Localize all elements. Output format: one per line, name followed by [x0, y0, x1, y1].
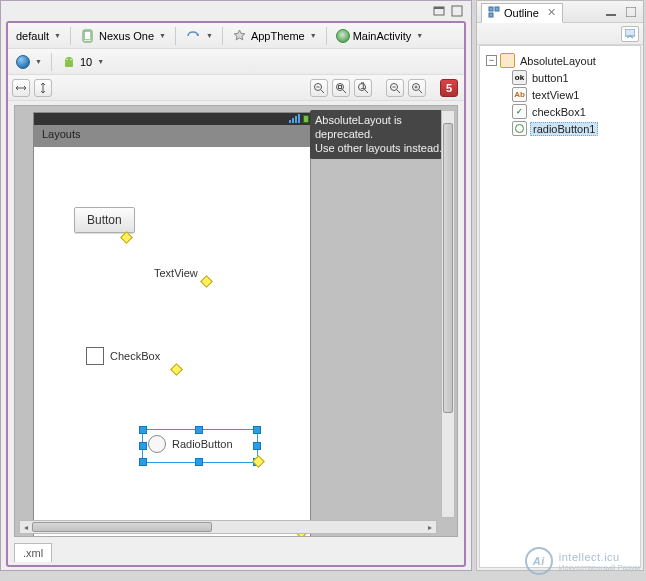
maximize-icon[interactable]: [449, 3, 465, 19]
svg-rect-20: [625, 29, 635, 36]
scroll-left-icon[interactable]: ◂: [20, 521, 32, 533]
activity-label: MainActivity: [353, 30, 412, 42]
info-overlay: AbsoluteLayout is deprecated. Use other …: [310, 110, 454, 159]
phone-icon: [80, 28, 96, 44]
config-toolbar: default ▼ Nexus One ▼ ▼: [8, 23, 464, 49]
globe-icon: [16, 55, 30, 69]
tree-label: button1: [530, 72, 571, 84]
tree-label: radioButton1: [530, 122, 598, 136]
chevron-down-icon: ▼: [35, 58, 42, 65]
android-icon: [61, 54, 77, 70]
error-count: 5: [446, 82, 452, 94]
chevron-down-icon: ▼: [54, 32, 61, 39]
radiobutton-widget[interactable]: RadioButton: [148, 435, 233, 453]
info-line1: AbsoluteLayout is deprecated.: [315, 114, 449, 142]
checkbox-icon: ✓: [512, 104, 527, 119]
scrollbar-thumb[interactable]: [32, 522, 212, 532]
config-label: default: [16, 30, 49, 42]
svg-rect-4: [85, 31, 91, 39]
collapse-icon[interactable]: −: [486, 55, 497, 66]
zoom-plus-button[interactable]: [408, 79, 426, 97]
button-widget-label: Button: [74, 207, 135, 233]
editor-border: default ▼ Nexus One ▼ ▼: [6, 21, 466, 567]
button-widget[interactable]: Button: [74, 207, 135, 233]
chevron-down-icon: ▼: [416, 32, 423, 39]
svg-rect-5: [65, 62, 73, 67]
api-combo[interactable]: 10 ▼: [57, 52, 108, 72]
outline-pane: Outline ✕ − AbsoluteLayout ok button1 Ab…: [476, 0, 644, 571]
zoom-minus-button[interactable]: [386, 79, 404, 97]
design-canvas[interactable]: Layouts Button TextView CheckBox: [14, 105, 458, 537]
locale-combo[interactable]: ▼: [12, 52, 46, 72]
star-icon: [232, 28, 248, 44]
svg-rect-17: [489, 13, 493, 17]
tree-node-textview1[interactable]: Ab textView1: [482, 86, 638, 103]
button-icon: ok: [512, 70, 527, 85]
activity-combo[interactable]: MainActivity ▼: [332, 26, 428, 46]
tree-node-root[interactable]: − AbsoluteLayout: [482, 52, 638, 69]
warning-icon[interactable]: [120, 231, 133, 244]
zoom-100-button[interactable]: 1: [354, 79, 372, 97]
svg-rect-15: [489, 7, 493, 11]
radiobutton-widget-label: RadioButton: [172, 438, 233, 450]
editor-footer-tabs: .xml: [14, 541, 52, 563]
orientation-combo[interactable]: ▼: [181, 26, 217, 46]
status-bar: [34, 113, 310, 125]
battery-icon: [303, 115, 309, 123]
layout-editor-pane: default ▼ Nexus One ▼ ▼: [0, 0, 472, 571]
tree-node-button1[interactable]: ok button1: [482, 69, 638, 86]
svg-rect-10: [339, 85, 342, 88]
expand-vertical-button[interactable]: [34, 79, 52, 97]
close-icon[interactable]: ✕: [547, 6, 556, 19]
warning-icon[interactable]: [170, 363, 183, 376]
scrollbar-thumb[interactable]: [443, 123, 453, 413]
svg-rect-16: [495, 7, 499, 11]
chevron-down-icon: ▼: [206, 32, 213, 39]
scroll-right-icon[interactable]: ▸: [424, 521, 436, 533]
tree-node-radiobutton1[interactable]: radioButton1: [482, 120, 638, 137]
theme-combo[interactable]: AppTheme ▼: [228, 26, 321, 46]
outline-tab-label: Outline: [504, 7, 539, 19]
tree-label: AbsoluteLayout: [518, 55, 598, 67]
tab-xml[interactable]: .xml: [14, 543, 52, 562]
horizontal-scrollbar[interactable]: ◂ ▸: [19, 520, 437, 534]
radio-ring-icon: [148, 435, 166, 453]
restore-icon[interactable]: [623, 4, 639, 20]
minimize-icon[interactable]: [431, 3, 447, 19]
svg-rect-18: [606, 14, 616, 16]
config-combo[interactable]: default ▼: [12, 26, 65, 46]
svg-rect-2: [452, 6, 462, 16]
tree-node-checkbox1[interactable]: ✓ checkBox1: [482, 103, 638, 120]
app-title-bar: Layouts: [34, 125, 310, 147]
zoom-fit-button[interactable]: [332, 79, 350, 97]
expand-horizontal-button[interactable]: [12, 79, 30, 97]
device-body[interactable]: Button TextView CheckBox: [34, 147, 310, 537]
activity-icon: [336, 29, 350, 43]
zoom-out-button[interactable]: [310, 79, 328, 97]
view-menu-button[interactable]: [621, 26, 639, 42]
textview-widget[interactable]: TextView: [154, 267, 198, 279]
error-badge[interactable]: 5: [440, 79, 458, 97]
tab-outline[interactable]: Outline ✕: [481, 3, 563, 23]
outline-tree[interactable]: − AbsoluteLayout ok button1 Ab textView1…: [479, 45, 641, 568]
tree-label: checkBox1: [530, 106, 588, 118]
minimize-icon[interactable]: [603, 4, 619, 20]
device-label: Nexus One: [99, 30, 154, 42]
vertical-scrollbar[interactable]: [441, 110, 455, 518]
device-frame: Layouts Button TextView CheckBox: [33, 112, 311, 537]
locale-toolbar: ▼ 10 ▼: [8, 49, 464, 75]
rotate-icon: [185, 28, 201, 44]
theme-label: AppTheme: [251, 30, 305, 42]
outline-icon: [488, 6, 500, 20]
device-combo[interactable]: Nexus One ▼: [76, 26, 170, 46]
textview-icon: Ab: [512, 87, 527, 102]
view-toolbar: 1 5: [8, 75, 464, 101]
svg-rect-1: [434, 7, 444, 9]
svg-point-9: [337, 83, 344, 90]
warning-icon[interactable]: [200, 275, 213, 288]
tree-label: textView1: [530, 89, 582, 101]
checkbox-box-icon: [86, 347, 104, 365]
checkbox-widget-label: CheckBox: [110, 350, 160, 362]
checkbox-widget[interactable]: CheckBox: [86, 347, 160, 365]
svg-text:1: 1: [360, 82, 366, 91]
